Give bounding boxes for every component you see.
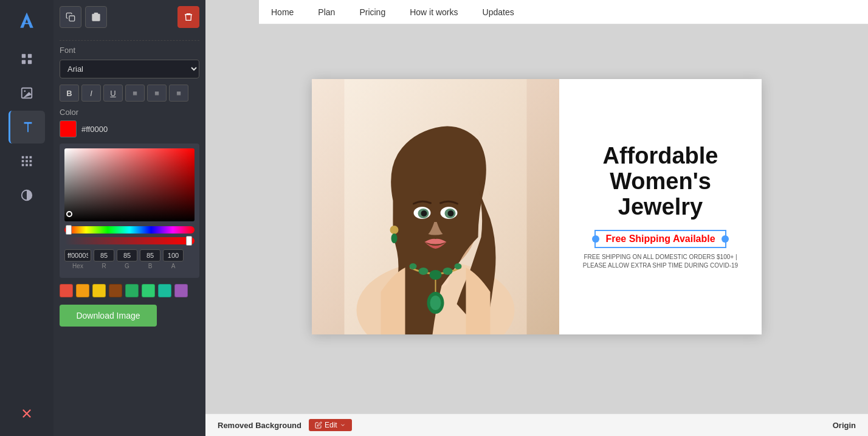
free-shipping-dot-right (722, 235, 729, 243)
align-left-button[interactable]: ≡ (125, 85, 145, 102)
nav-how[interactable]: How it works (410, 7, 458, 17)
g-input-group: 85 G (117, 249, 137, 269)
svg-point-20 (443, 268, 453, 275)
a-input[interactable]: 100 (163, 249, 184, 261)
svg-point-18 (419, 268, 429, 275)
edit-button[interactable]: Edit (309, 419, 352, 431)
nav-home[interactable]: Home (271, 7, 294, 17)
nav-updates[interactable]: Updates (483, 7, 514, 17)
color-swatch[interactable] (60, 120, 77, 137)
icon-sidebar (0, 0, 53, 436)
tool-panel: Font ArialHelveticaTimes New RomanGeorgi… (53, 0, 205, 436)
free-shipping-text: Free Shipping Available (605, 234, 715, 244)
canvas-sub-text: FREE SHIPPING ON ALL DOMESTIC ORDERS $10… (583, 253, 738, 270)
font-section-label: Font (60, 46, 199, 55)
font-select[interactable]: ArialHelveticaTimes New RomanGeorgiaVerd… (60, 60, 199, 78)
a-input-group: 100 A (163, 249, 184, 269)
nav-plan[interactable]: Plan (318, 7, 335, 17)
swatch-green[interactable] (142, 284, 155, 297)
g-label: G (125, 263, 129, 269)
alpha-cursor (186, 236, 192, 246)
color-picker: #ff0000 Hex 85 R 85 G 85 B 100 A (60, 144, 199, 278)
hue-bar[interactable] (64, 226, 195, 234)
b-label: B (148, 263, 153, 269)
a-label: A (171, 263, 176, 269)
paste-style-button[interactable] (85, 6, 107, 28)
swatch-yellow[interactable] (92, 284, 106, 297)
italic-button[interactable]: I (81, 85, 101, 102)
r-label: R (102, 263, 106, 269)
close-sidebar-button[interactable] (9, 397, 45, 430)
svg-point-19 (430, 270, 442, 280)
bold-button[interactable]: B (60, 85, 79, 102)
content-area: Home Plan Pricing How it works Updates (205, 0, 868, 436)
sidebar-item-image[interactable] (9, 77, 45, 109)
sidebar-item-contrast[interactable] (9, 179, 45, 212)
svg-point-21 (410, 263, 417, 269)
svg-point-22 (455, 263, 462, 269)
canvas-wrapper: Affordable Women's Jewelry Free Shipping… (312, 79, 762, 334)
swatches-row (60, 284, 199, 297)
color-gradient-area[interactable] (64, 148, 195, 221)
svg-point-5 (24, 90, 26, 92)
text-format-row: B I U ≡ ≡ ≡ (60, 85, 199, 102)
canvas-image-area: Affordable Women's Jewelry Free Shipping… (312, 79, 762, 334)
r-input-group: 85 R (94, 249, 114, 269)
svg-point-25 (430, 296, 441, 310)
underline-button[interactable]: U (103, 85, 123, 102)
b-input-group: 85 B (140, 249, 160, 269)
canvas-text-area: Affordable Women's Jewelry Free Shipping… (559, 79, 762, 334)
woman-image-area (312, 79, 559, 334)
divider-1 (60, 40, 199, 41)
swatch-green-light[interactable] (125, 284, 139, 297)
svg-rect-1 (28, 54, 32, 58)
swatch-red[interactable] (60, 284, 73, 297)
free-shipping-dot-left (592, 235, 599, 243)
svg-point-27 (391, 234, 398, 243)
nav-pricing[interactable]: Pricing (359, 7, 385, 17)
alpha-bar[interactable] (64, 237, 195, 244)
copy-style-button[interactable] (60, 6, 81, 28)
app-logo (9, 6, 45, 36)
svg-point-17 (448, 210, 454, 216)
color-section-label: Color (60, 108, 199, 117)
svg-rect-3 (28, 60, 32, 64)
svg-point-16 (421, 210, 427, 216)
download-image-button[interactable]: Download Image (60, 305, 157, 327)
swatch-purple[interactable] (174, 284, 188, 297)
swatch-teal[interactable] (158, 284, 171, 297)
svg-rect-0 (22, 54, 26, 58)
sidebar-item-text[interactable] (9, 111, 45, 144)
hex-input-group: #ff0000 Hex (64, 249, 91, 269)
svg-rect-2 (22, 60, 26, 64)
bottom-bar: Removed Background Edit Origin (205, 414, 868, 436)
origin-label: Origin (833, 421, 856, 430)
r-input[interactable]: 85 (94, 249, 114, 261)
free-shipping-box[interactable]: Free Shipping Available (594, 230, 726, 248)
sidebar-item-grid[interactable] (9, 43, 45, 75)
hex-label: Hex (72, 263, 83, 269)
hue-cursor (66, 225, 72, 235)
canvas-title: Affordable Women's Jewelry (603, 144, 718, 220)
swatch-orange[interactable] (76, 284, 89, 297)
align-right-button[interactable]: ≡ (169, 85, 188, 102)
top-nav: Home Plan Pricing How it works Updates (259, 0, 868, 24)
color-hex-label: #ff0000 (81, 125, 108, 134)
hex-input[interactable]: #ff0000 (64, 249, 91, 261)
g-input[interactable]: 85 (117, 249, 137, 261)
swatch-brown[interactable] (109, 284, 122, 297)
align-center-button[interactable]: ≡ (147, 85, 167, 102)
color-inputs-row: #ff0000 Hex 85 R 85 G 85 B 100 A (64, 249, 195, 269)
removed-bg-label: Removed Background (218, 421, 301, 430)
page-wrapper: Font ArialHelveticaTimes New RomanGeorgi… (0, 0, 868, 436)
svg-rect-7 (69, 16, 75, 21)
color-preview-row: #ff0000 (60, 120, 199, 137)
b-input[interactable]: 85 (140, 249, 160, 261)
gradient-cursor (66, 211, 72, 217)
tool-panel-toolbar (60, 6, 199, 28)
svg-point-26 (390, 226, 399, 234)
sidebar-item-pattern[interactable] (9, 145, 45, 178)
delete-button[interactable] (177, 6, 199, 28)
